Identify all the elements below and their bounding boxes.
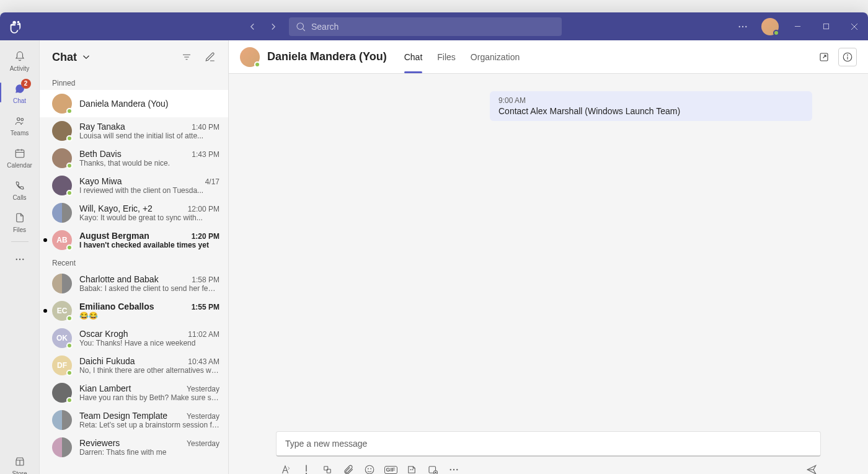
chat-row-name: Reviewers bbox=[79, 438, 182, 448]
filter-button[interactable] bbox=[177, 48, 196, 66]
chat-list-title-dropdown[interactable]: Chat bbox=[52, 51, 92, 64]
rail-activity[interactable]: Activity bbox=[0, 44, 40, 76]
more-options-button[interactable] bbox=[733, 17, 753, 37]
window-close-button[interactable] bbox=[844, 17, 864, 37]
presence-icon bbox=[66, 342, 73, 349]
priority-button[interactable] bbox=[297, 460, 316, 474]
svg-rect-6 bbox=[823, 24, 828, 29]
svg-line-1 bbox=[303, 29, 304, 30]
rail-label: Store bbox=[12, 470, 27, 475]
chat-row[interactable]: Daniela Mandera (You) bbox=[40, 90, 228, 117]
bell-icon bbox=[14, 51, 25, 62]
titlebar bbox=[0, 12, 868, 40]
chat-row[interactable]: Team Design Template Yesterday Reta: Let… bbox=[40, 406, 228, 434]
compose-box[interactable] bbox=[276, 431, 821, 457]
chat-row[interactable]: EC Emiliano Ceballos 1:55 PM 😂😂 bbox=[40, 297, 228, 324]
calendar-icon bbox=[14, 148, 25, 159]
chat-row[interactable]: OK Oscar Krogh 11:02 AM You: Thanks! Hav… bbox=[40, 324, 228, 352]
chat-list-title-text: Chat bbox=[52, 51, 77, 64]
presence-icon bbox=[66, 315, 73, 321]
format-icon bbox=[280, 464, 291, 474]
rail-calendar[interactable]: Calendar bbox=[0, 141, 40, 173]
priority-icon bbox=[301, 464, 312, 474]
new-chat-button[interactable] bbox=[201, 48, 219, 66]
rail-calls[interactable]: Calls bbox=[0, 173, 40, 205]
send-button[interactable] bbox=[802, 460, 821, 474]
chat-row-time: 1:55 PM bbox=[192, 303, 219, 311]
schedule-button[interactable] bbox=[423, 460, 442, 474]
rail-store[interactable]: Store bbox=[0, 449, 40, 474]
chat-row[interactable]: Kian Lambert Yesterday Have you ran this… bbox=[40, 379, 228, 406]
tab-files[interactable]: Files bbox=[431, 40, 462, 73]
svg-point-30 bbox=[365, 465, 374, 474]
chat-row-name: Beth Davis bbox=[79, 149, 187, 159]
chat-row-time: 11:02 AM bbox=[188, 330, 219, 339]
chat-row[interactable]: Charlotte and Babak 1:58 PM Babak: I ask… bbox=[40, 270, 228, 297]
svg-point-0 bbox=[297, 23, 304, 30]
compose-input[interactable] bbox=[285, 439, 812, 449]
conversation-tabs: Chat Files Organization bbox=[398, 40, 526, 73]
avatar bbox=[52, 121, 72, 141]
conversation-body[interactable]: 9:00 AM Contact Alex Marshall (Windows L… bbox=[229, 74, 868, 431]
search-box[interactable] bbox=[289, 17, 562, 36]
format-button[interactable] bbox=[276, 460, 294, 474]
svg-point-4 bbox=[745, 25, 746, 27]
rail-more-button[interactable] bbox=[0, 247, 40, 272]
avatar: AB bbox=[52, 230, 72, 250]
chat-row-name: Emiliano Ceballos bbox=[79, 302, 187, 311]
loop-button[interactable] bbox=[318, 460, 337, 474]
gif-button[interactable]: GIF bbox=[381, 460, 400, 474]
window-maximize-button[interactable] bbox=[816, 17, 836, 37]
avatar bbox=[52, 148, 72, 168]
presence-icon bbox=[66, 397, 73, 403]
sticker-button[interactable] bbox=[402, 460, 421, 474]
chat-row[interactable]: Will, Kayo, Eric, +2 12:00 PM Kayo: It w… bbox=[40, 199, 228, 226]
message-bubble[interactable]: 9:00 AM Contact Alex Marshall (Windows L… bbox=[490, 91, 812, 121]
rail-chat[interactable]: 2 Chat bbox=[0, 76, 40, 109]
avatar-group bbox=[52, 437, 72, 457]
chat-row[interactable]: Reviewers Yesterday Darren: Thats fine w… bbox=[40, 434, 228, 461]
chat-row-name: Daichi Fukuda bbox=[79, 356, 183, 366]
tab-organization[interactable]: Organization bbox=[464, 40, 526, 73]
svg-point-15 bbox=[16, 259, 17, 260]
attach-button[interactable] bbox=[339, 460, 358, 474]
chat-row[interactable]: DF Daichi Fukuda 10:43 AM No, I think th… bbox=[40, 352, 228, 379]
chat-row[interactable]: Beth Davis 1:43 PM Thanks, that would be… bbox=[40, 145, 228, 172]
rail-teams[interactable]: Teams bbox=[0, 109, 40, 141]
chat-row-name: August Bergman bbox=[79, 231, 187, 241]
chat-row-preview: No, I think there are other alternatives… bbox=[79, 366, 219, 375]
app-rail: Activity 2 Chat Teams Calendar Calls bbox=[0, 40, 40, 474]
svg-point-3 bbox=[742, 25, 743, 27]
message-time: 9:00 AM bbox=[498, 96, 804, 105]
chat-list-scroll[interactable]: Pinned Daniela Mandera (You) Ray Tanaka … bbox=[40, 74, 228, 474]
rail-label: Activity bbox=[10, 65, 30, 72]
people-icon bbox=[14, 115, 25, 127]
conversation-title: Daniela Mandera (You) bbox=[267, 50, 387, 63]
emoji-button[interactable] bbox=[360, 460, 379, 474]
avatar-group bbox=[52, 203, 72, 223]
chat-row-name: Daniela Mandera (You) bbox=[79, 99, 215, 109]
popout-chat-button[interactable] bbox=[815, 48, 833, 66]
chat-row[interactable]: Ray Tanaka 1:40 PM Louisa will send the … bbox=[40, 117, 228, 145]
rail-label: Teams bbox=[11, 130, 29, 136]
popout-icon bbox=[818, 51, 830, 63]
svg-rect-11 bbox=[16, 150, 24, 157]
nav-forward-button[interactable] bbox=[265, 19, 281, 35]
user-avatar[interactable] bbox=[761, 18, 779, 35]
chat-row[interactable]: Kayo Miwa 4/17 I reviewed with the clien… bbox=[40, 172, 228, 199]
chat-row-preview: Reta: Let's set up a brainstorm session … bbox=[79, 421, 219, 429]
window-minimize-button[interactable] bbox=[787, 17, 807, 37]
chat-row-name: Oscar Krogh bbox=[79, 329, 183, 339]
search-input[interactable] bbox=[311, 22, 556, 32]
avatar bbox=[52, 94, 72, 114]
section-pinned-label: Pinned bbox=[40, 74, 228, 90]
rail-files[interactable]: Files bbox=[0, 205, 40, 238]
chat-row[interactable]: AB August Bergman 1:20 PM I haven't chec… bbox=[40, 226, 228, 254]
svg-point-41 bbox=[456, 469, 458, 470]
chat-info-button[interactable] bbox=[838, 48, 857, 66]
compose-more-button[interactable] bbox=[445, 460, 463, 474]
chat-row-preview: I reviewed with the client on Tuesda... bbox=[79, 186, 219, 195]
nav-back-button[interactable] bbox=[244, 19, 260, 35]
chat-row-time: Yesterday bbox=[187, 439, 219, 448]
tab-chat[interactable]: Chat bbox=[398, 40, 429, 73]
